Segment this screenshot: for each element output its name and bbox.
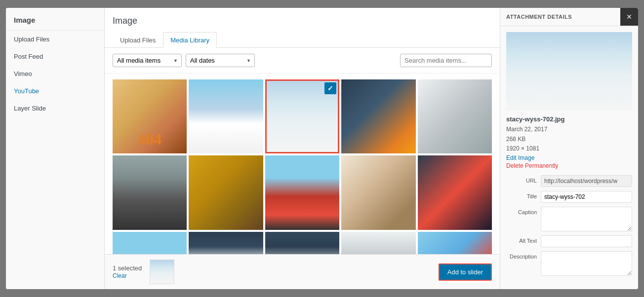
title-label: Title xyxy=(506,191,541,199)
tab-media-library[interactable]: Media Library xyxy=(163,32,217,48)
title-field: Title xyxy=(506,191,632,203)
title-input[interactable] xyxy=(541,191,632,203)
detail-date: March 22, 2017 xyxy=(506,126,547,133)
media-item[interactable]: ✓ xyxy=(189,79,263,153)
sidebar-item-upload-files[interactable]: Upload Files xyxy=(6,31,104,48)
detail-panel-header: ATTACHMENT DETAILS xyxy=(500,8,638,26)
detail-filename: stacy-wyss-702.jpg xyxy=(506,115,632,123)
url-field: URL xyxy=(506,175,632,187)
media-item[interactable]: ✓ xyxy=(418,155,492,229)
modal-header: Image Upload Files Media Library xyxy=(105,8,500,48)
detail-fields: URL Title Caption Alt Text xyxy=(506,175,632,276)
description-field: Description xyxy=(506,251,632,276)
detail-dimensions: 1920 × 1081 xyxy=(506,145,539,152)
delete-permanently-link[interactable]: Delete Permanently xyxy=(506,162,632,169)
media-item[interactable]: ✓ xyxy=(341,232,415,254)
media-item[interactable]: ✓ xyxy=(189,155,263,229)
toolbar: All media items All dates xyxy=(105,48,500,74)
modal-footer: 1 selected Clear Add to slider xyxy=(105,254,500,289)
clear-link[interactable]: Clear xyxy=(113,272,127,279)
media-item[interactable]: 404 ✓ xyxy=(113,79,187,153)
sidebar-item-youtube[interactable]: YouTube xyxy=(6,82,104,100)
selection-info: 1 selected Clear xyxy=(113,264,146,279)
media-item[interactable]: ✓ xyxy=(265,155,339,229)
media-item[interactable]: ✓ xyxy=(418,232,492,254)
url-label: URL xyxy=(506,175,541,184)
edit-image-link[interactable]: Edit Image xyxy=(506,154,632,161)
alt-text-label: Alt Text xyxy=(506,235,541,244)
media-filter-wrapper: All media items xyxy=(113,54,182,67)
media-grid-area: 404 ✓ ✓ ✓ ✓ ✓ xyxy=(105,74,500,254)
media-item[interactable]: ✓ xyxy=(341,155,415,229)
media-item[interactable]: ✓ xyxy=(113,232,187,254)
caption-textarea[interactable] xyxy=(541,207,632,231)
media-item[interactable]: ✓ xyxy=(418,79,492,153)
media-grid: 404 ✓ ✓ ✓ ✓ ✓ xyxy=(113,79,492,254)
check-overlay: ✓ xyxy=(324,82,336,94)
url-input[interactable] xyxy=(541,175,632,187)
detail-filesize: 268 KB xyxy=(506,136,525,143)
close-button[interactable]: × xyxy=(620,8,638,26)
description-textarea[interactable] xyxy=(541,251,632,276)
media-item[interactable]: ✓ xyxy=(341,79,415,153)
main-content: Image Upload Files Media Library All med… xyxy=(105,8,500,289)
modal-title: Image xyxy=(113,16,492,26)
detail-content: stacy-wyss-702.jpg March 22, 2017 268 KB… xyxy=(500,26,638,286)
detail-panel: ATTACHMENT DETAILS stacy-wyss-702.jpg Ma… xyxy=(500,8,638,289)
date-filter-wrapper: All dates xyxy=(186,54,255,67)
sidebar-item-layer-slide[interactable]: Layer Slide xyxy=(6,100,104,117)
selected-thumbnail xyxy=(150,260,174,284)
media-filter-select[interactable]: All media items xyxy=(113,54,182,67)
tabs: Upload Files Media Library xyxy=(113,32,492,47)
description-label: Description xyxy=(506,251,541,260)
search-input[interactable] xyxy=(400,54,492,67)
media-modal: × Image Upload Files Post Feed Vimeo You… xyxy=(6,8,638,289)
sidebar-item-post-feed[interactable]: Post Feed xyxy=(6,48,104,65)
caption-field: Caption xyxy=(506,207,632,231)
media-item-selected[interactable]: ✓ xyxy=(265,79,339,153)
sidebar: Image Upload Files Post Feed Vimeo YouTu… xyxy=(6,8,105,289)
sidebar-title: Image xyxy=(6,8,104,31)
add-to-slider-button[interactable]: Add to slider xyxy=(439,263,492,281)
media-item[interactable]: ✓ xyxy=(189,232,263,254)
date-filter-select[interactable]: All dates xyxy=(186,54,255,67)
sidebar-item-vimeo[interactable]: Vimeo xyxy=(6,65,104,82)
caption-label: Caption xyxy=(506,207,541,215)
alt-text-field: Alt Text xyxy=(506,235,632,247)
alt-text-input[interactable] xyxy=(541,235,632,247)
tab-upload-files[interactable]: Upload Files xyxy=(113,32,163,48)
detail-thumbnail xyxy=(506,32,632,111)
media-item[interactable]: ✓ xyxy=(265,232,339,254)
selected-count: 1 selected xyxy=(113,264,142,272)
media-item[interactable]: ✓ xyxy=(113,155,187,229)
